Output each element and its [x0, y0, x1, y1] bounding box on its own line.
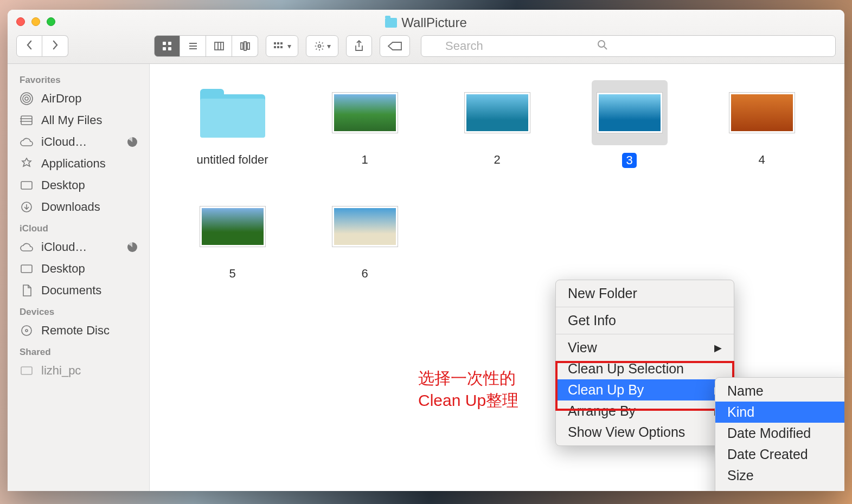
svg-rect-16: [274, 46, 276, 48]
sidebar-item-icloud-drive[interactable]: iCloud…: [8, 236, 149, 258]
image-thumbnail: [465, 93, 530, 133]
menu-item[interactable]: Tags: [715, 486, 844, 491]
menu-item[interactable]: Kind: [715, 402, 844, 423]
sidebar-heading: Favorites: [8, 69, 149, 88]
content-area[interactable]: untitled folder123456 选择一次性的 Clean Up整理 …: [150, 64, 844, 491]
search-input[interactable]: [421, 35, 836, 57]
menu-item[interactable]: Size: [715, 465, 844, 486]
file-label: 5: [229, 267, 235, 281]
menu-item[interactable]: Date Modified: [715, 423, 844, 444]
gear-icon: [314, 41, 325, 51]
chevron-left-icon: [26, 40, 33, 50]
sidebar-item-downloads[interactable]: Downloads: [8, 196, 149, 218]
annotation-text: 选择一次性的 Clean Up整理: [418, 367, 518, 411]
svg-point-19: [318, 45, 321, 48]
menu-item[interactable]: New Folder: [556, 283, 734, 304]
menu-item[interactable]: Name: [715, 380, 844, 402]
menu-item[interactable]: View▶: [556, 337, 734, 358]
svg-rect-33: [21, 367, 32, 374]
cleanup-submenu: NameKindDate ModifiedDate CreatedSizeTag…: [715, 377, 844, 491]
icon-view-button[interactable]: [154, 35, 180, 57]
sidebar-label: iCloud…: [41, 240, 87, 254]
sidebar-item-desktop-cloud[interactable]: Desktop: [8, 258, 149, 280]
file-item[interactable]: 3: [574, 80, 685, 168]
menu-item[interactable]: Arrange By▶: [556, 400, 734, 422]
svg-rect-10: [241, 43, 243, 49]
documents-icon: [20, 284, 34, 297]
search-field[interactable]: [421, 35, 836, 57]
sidebar-heading: Shared: [8, 341, 149, 360]
svg-rect-18: [280, 46, 283, 48]
progress-badge: [127, 137, 137, 147]
svg-rect-7: [215, 42, 223, 50]
file-label: 6: [361, 267, 368, 281]
sidebar-item-applications[interactable]: Applications: [8, 153, 149, 175]
progress-badge: [127, 242, 137, 252]
folder-icon: [200, 88, 265, 138]
desktop-icon: [20, 264, 34, 274]
sidebar-item-documents[interactable]: Documents: [8, 280, 149, 301]
disc-icon: [20, 325, 34, 337]
view-mode-segment: [154, 35, 258, 57]
sidebar-item-shared[interactable]: lizhi_pc: [8, 360, 149, 382]
svg-point-23: [23, 95, 30, 102]
sidebar-label: Desktop: [41, 262, 85, 276]
file-item[interactable]: 5: [177, 194, 288, 281]
back-button[interactable]: [16, 35, 42, 57]
grid-icon: [162, 41, 172, 51]
list-view-button[interactable]: [180, 35, 206, 57]
file-label: 2: [494, 153, 500, 167]
sidebar-item-desktop[interactable]: Desktop: [8, 175, 149, 196]
sidebar-label: Documents: [41, 283, 101, 298]
columns-icon: [214, 41, 225, 51]
action-menu-button[interactable]: ▾: [306, 35, 338, 57]
menu-item[interactable]: Get Info: [556, 310, 734, 331]
sidebar-label: Remote Disc: [41, 324, 110, 338]
column-view-button[interactable]: [206, 35, 232, 57]
menu-item[interactable]: Clean Up By▶: [556, 379, 734, 400]
image-thumbnail: [200, 206, 265, 247]
image-thumbnail: [597, 93, 662, 133]
sidebar-item-allfiles[interactable]: All My Files: [8, 109, 149, 131]
chevron-down-icon: ▾: [327, 42, 331, 50]
file-item[interactable]: 6: [310, 194, 420, 281]
menu-item[interactable]: Show View Options: [556, 422, 734, 443]
arrange-menu-button[interactable]: ▾: [266, 35, 298, 57]
submenu-arrow-icon: ▶: [714, 342, 722, 354]
server-icon: [20, 366, 34, 376]
nav-buttons: [16, 35, 68, 57]
toolbar: ▾ ▾: [16, 34, 836, 58]
file-item[interactable]: 4: [707, 80, 817, 168]
tags-button[interactable]: [380, 35, 410, 57]
sidebar-item-icloud[interactable]: iCloud…: [8, 131, 149, 153]
image-thumbnail: [332, 93, 398, 133]
image-thumbnail: [729, 93, 795, 133]
menu-item[interactable]: Clean Up Selection: [556, 358, 734, 379]
svg-rect-28: [21, 182, 32, 189]
file-item[interactable]: 1: [310, 80, 420, 168]
svg-rect-12: [247, 43, 249, 49]
svg-rect-0: [163, 42, 166, 45]
window-title: WallPicture: [8, 15, 844, 30]
cloud-icon: [20, 137, 34, 147]
file-item[interactable]: untitled folder: [177, 80, 288, 168]
tag-icon: [387, 41, 402, 51]
menu-item[interactable]: Date Created: [715, 444, 844, 465]
sidebar-item-airdrop[interactable]: AirDrop: [8, 88, 149, 109]
desktop-icon: [20, 180, 34, 190]
folder-icon: [385, 18, 397, 28]
svg-line-21: [604, 47, 607, 49]
share-button[interactable]: [346, 35, 372, 57]
apps-icon: [20, 157, 34, 170]
svg-rect-3: [168, 47, 171, 50]
sidebar-label: Applications: [41, 157, 106, 171]
finder-window: WallPicture: [8, 10, 844, 491]
forward-button[interactable]: [42, 35, 68, 57]
sidebar-label: Desktop: [41, 178, 85, 192]
window-title-text: WallPicture: [401, 15, 466, 30]
downloads-icon: [20, 201, 34, 213]
file-item[interactable]: 2: [442, 80, 553, 168]
sidebar-item-remote-disc[interactable]: Remote Disc: [8, 320, 149, 341]
gallery-view-button[interactable]: [232, 35, 258, 57]
svg-rect-1: [168, 42, 171, 45]
